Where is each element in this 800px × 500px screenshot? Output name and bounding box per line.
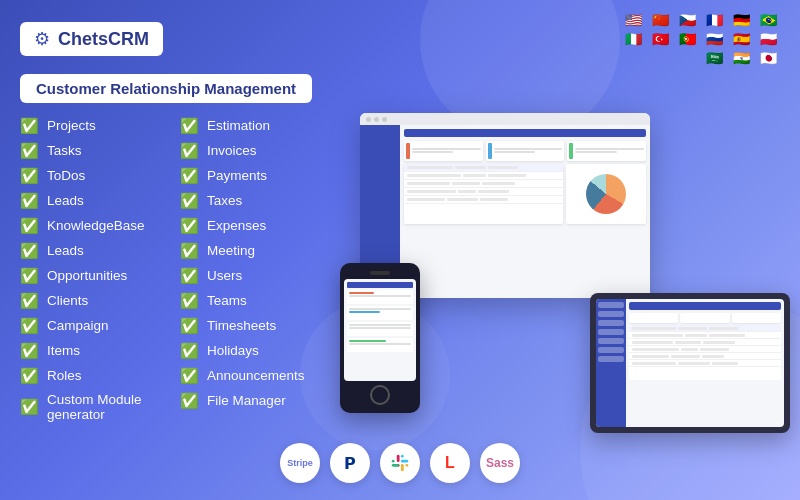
- sass-badge[interactable]: Sass: [480, 443, 520, 483]
- cell: [407, 190, 456, 193]
- laravel-badge[interactable]: L: [430, 443, 470, 483]
- feature-label-items: Items: [47, 343, 80, 358]
- main-content: ✅ Projects ✅ Tasks ✅ ToDos ✅ Leads ✅ Kno…: [0, 113, 800, 433]
- features-section: ✅ Projects ✅ Tasks ✅ ToDos ✅ Leads ✅ Kno…: [10, 113, 330, 433]
- feature-item-timesheets: ✅ Timesheets: [170, 313, 330, 338]
- check-icon-announcements: ✅: [180, 367, 199, 385]
- flag-it[interactable]: 🇮🇹: [621, 31, 645, 47]
- check-icon-leads1: ✅: [20, 192, 39, 210]
- table-row: [404, 188, 563, 196]
- check-icon-opportunities: ✅: [20, 267, 39, 285]
- flag-cz[interactable]: 🇨🇿: [675, 12, 699, 28]
- check-icon-projects: ✅: [20, 117, 39, 135]
- tablet-screen: [596, 299, 784, 427]
- nav-item: [598, 311, 624, 317]
- phone-notch: [370, 271, 390, 275]
- cell: [702, 355, 724, 358]
- cell: [632, 341, 673, 344]
- cell: [458, 190, 476, 193]
- tablet-table-row: [629, 332, 781, 339]
- cell: [455, 166, 486, 169]
- cell: [675, 341, 701, 344]
- tablet-table-row: [629, 346, 781, 353]
- devices-area: [340, 113, 790, 433]
- logo[interactable]: ⚙ ChetsCRM: [20, 22, 163, 56]
- flag-pl[interactable]: 🇵🇱: [756, 31, 780, 47]
- feature-label-file-manager: File Manager: [207, 393, 286, 408]
- svg-rect-3: [401, 460, 408, 463]
- mock-chart: [566, 164, 646, 224]
- cell: [478, 190, 509, 193]
- feature-label-estimation: Estimation: [207, 118, 270, 133]
- flag-sa[interactable]: 🇸🇦: [702, 50, 726, 66]
- cell: [480, 198, 508, 201]
- cell: [463, 174, 486, 177]
- tablet-table-row: [629, 325, 781, 332]
- nav-item: [598, 320, 624, 326]
- feature-item-todos: ✅ ToDos: [10, 163, 170, 188]
- line-short: [575, 151, 616, 153]
- flag-in[interactable]: 🇮🇳: [729, 50, 753, 66]
- mock-card-1: [404, 141, 483, 161]
- cell: [700, 348, 729, 351]
- line-short: [494, 151, 535, 153]
- feature-item-leads2: ✅ Leads: [10, 238, 170, 263]
- check-icon-estimation: ✅: [180, 117, 199, 135]
- feature-label-clients: Clients: [47, 293, 88, 308]
- phone-line: [349, 324, 411, 326]
- flag-tr[interactable]: 🇹🇷: [648, 31, 672, 47]
- flag-jp[interactable]: 🇯🇵: [756, 50, 780, 66]
- flag-ru[interactable]: 🇷🇺: [702, 31, 726, 47]
- stripe-badge[interactable]: Stripe: [280, 443, 320, 483]
- mock-table: [404, 164, 563, 224]
- cell: [407, 174, 461, 177]
- flag-cn[interactable]: 🇨🇳: [648, 12, 672, 28]
- check-icon-taxes: ✅: [180, 192, 199, 210]
- tablet-main: [626, 299, 784, 427]
- cell: [712, 362, 738, 365]
- feature-label-campaign: Campaign: [47, 318, 109, 333]
- line: [575, 148, 644, 150]
- feature-item-estimation: ✅ Estimation: [170, 113, 330, 138]
- card-lines-3: [575, 148, 644, 154]
- feature-item-teams: ✅ Teams: [170, 288, 330, 313]
- check-icon-campaign: ✅: [20, 317, 39, 335]
- phone-line: [349, 327, 411, 329]
- flag-pt[interactable]: 🇵🇹: [675, 31, 699, 47]
- feature-label-leads2: Leads: [47, 243, 84, 258]
- language-flags[interactable]: 🇺🇸 🇨🇳 🇨🇿 🇫🇷 🇩🇪 🇧🇷 🇮🇹 🇹🇷 🇵🇹 🇷🇺 🇪🇸 🇵🇱 🇸🇦 🇮…: [620, 12, 780, 66]
- flag-de[interactable]: 🇩🇪: [729, 12, 753, 28]
- flag-es[interactable]: 🇪🇸: [729, 31, 753, 47]
- feature-label-custom-module: Custom Module generator: [47, 392, 160, 422]
- feature-item-invoices: ✅ Invoices: [170, 138, 330, 163]
- tablet-table: [629, 325, 781, 380]
- phone-card-2: [347, 306, 413, 320]
- feature-item-payments: ✅ Payments: [170, 163, 330, 188]
- svg-rect-5: [392, 464, 399, 467]
- flag-fr[interactable]: 🇫🇷: [702, 12, 726, 28]
- feature-label-leads1: Leads: [47, 193, 84, 208]
- desktop-titlebar: [360, 113, 650, 125]
- phone-header: [347, 282, 413, 288]
- table-row: [404, 196, 563, 204]
- pie-chart: [586, 174, 626, 214]
- phone-line: [349, 340, 386, 342]
- feature-item-clients: ✅ Clients: [10, 288, 170, 313]
- phone-line: [349, 308, 411, 310]
- check-icon-todos: ✅: [20, 167, 39, 185]
- feature-item-knowledgebase: ✅ KnowledgeBase: [10, 213, 170, 238]
- feature-label-projects: Projects: [47, 118, 96, 133]
- tablet-table-row: [629, 339, 781, 346]
- logo-icon: ⚙: [34, 28, 50, 50]
- feature-label-knowledgebase: KnowledgeBase: [47, 218, 145, 233]
- feature-item-opportunities: ✅ Opportunities: [10, 263, 170, 288]
- line: [412, 148, 481, 150]
- dot-1: [366, 117, 371, 122]
- title-badge: Customer Relationship Management: [20, 74, 312, 103]
- nav-item: [598, 302, 624, 308]
- flag-br[interactable]: 🇧🇷: [756, 12, 780, 28]
- flag-us[interactable]: 🇺🇸: [621, 12, 645, 28]
- phone-line: [349, 292, 374, 294]
- svg-rect-7: [406, 464, 409, 467]
- feature-col-1: ✅ Projects ✅ Tasks ✅ ToDos ✅ Leads ✅ Kno…: [10, 113, 170, 433]
